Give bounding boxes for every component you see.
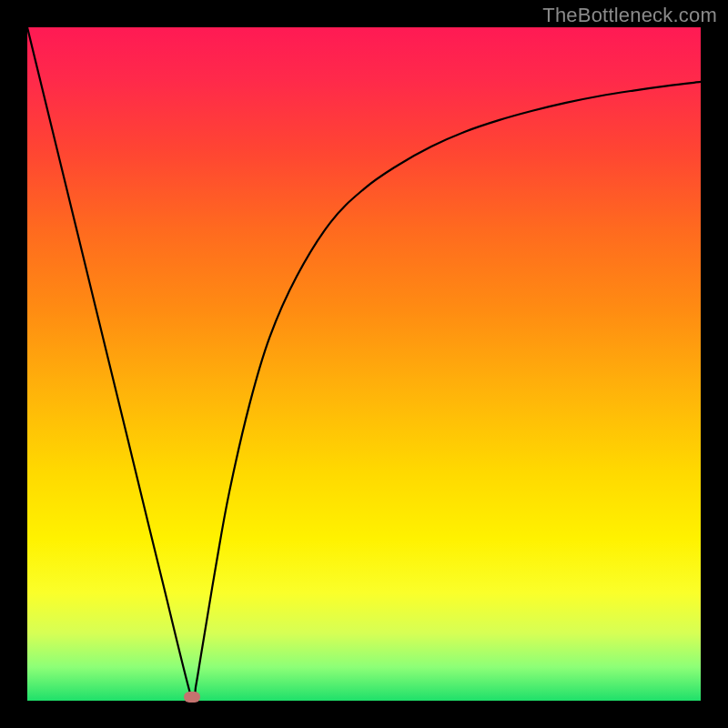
watermark-label: TheBottleneck.com	[542, 4, 717, 27]
chart-frame: TheBottleneck.com	[0, 0, 728, 728]
bottleneck-curve	[27, 27, 701, 701]
plot-area	[27, 27, 701, 701]
minimum-marker-icon	[184, 692, 200, 703]
